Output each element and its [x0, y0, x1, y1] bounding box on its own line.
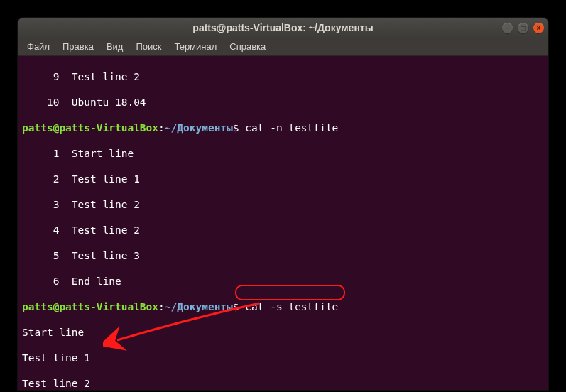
output-line: 5 Test line 3 — [22, 249, 544, 262]
minimize-button[interactable]: – — [502, 23, 513, 33]
menu-edit[interactable]: Правка — [56, 38, 100, 55]
menu-view[interactable]: Вид — [100, 38, 130, 55]
close-button[interactable]: × — [533, 23, 544, 33]
output-line: 9 Test line 2 — [22, 70, 544, 83]
prompt-sep: : — [158, 301, 165, 312]
command-text: cat -n testfile — [245, 122, 338, 134]
prompt-sep: : — [158, 122, 165, 134]
titlebar[interactable]: patts@patts-VirtualBox: ~/Документы – □ … — [18, 18, 548, 38]
prompt-symbol: $ — [233, 301, 239, 312]
output-line: 1 Start line — [22, 147, 544, 160]
output-line: 10 Ubuntu 18.04 — [22, 96, 544, 109]
prompt-path: ~/Документы — [165, 122, 233, 134]
terminal-body[interactable]: 9 Test line 2 10 Ubuntu 18.04 patts@patt… — [18, 56, 548, 390]
menu-help[interactable]: Справка — [223, 38, 272, 55]
prompt-path: ~/Документы — [165, 301, 233, 312]
output-line: 4 Test line 2 — [22, 224, 544, 236]
command-text: cat -s testfile — [245, 301, 338, 312]
prompt-user: patts@patts-VirtualBox — [22, 122, 158, 134]
window-controls: – □ × — [502, 23, 544, 33]
menu-terminal[interactable]: Терминал — [168, 38, 223, 55]
output-line: 3 Test line 2 — [22, 198, 544, 211]
menu-file[interactable]: Файл — [21, 38, 56, 55]
output-line: Test line 2 — [22, 377, 544, 390]
prompt-line: patts@patts-VirtualBox:~/Документы$ cat … — [22, 300, 544, 313]
output-line: Start line — [22, 326, 544, 339]
window-title: patts@patts-VirtualBox: ~/Документы — [192, 22, 373, 33]
output-line: 6 End line — [22, 275, 544, 288]
prompt-symbol: $ — [233, 122, 239, 134]
output-line: Test line 1 — [22, 352, 544, 364]
annotation-highlight — [235, 285, 345, 300]
output-line: 2 Test line 1 — [22, 173, 544, 185]
prompt-user: patts@patts-VirtualBox — [22, 301, 158, 312]
menubar: Файл Правка Вид Поиск Терминал Справка — [18, 38, 548, 56]
maximize-button[interactable]: □ — [518, 23, 528, 33]
terminal-window: patts@patts-VirtualBox: ~/Документы – □ … — [18, 18, 548, 390]
menu-search[interactable]: Поиск — [129, 38, 168, 55]
prompt-line: patts@patts-VirtualBox:~/Документы$ cat … — [22, 121, 544, 134]
